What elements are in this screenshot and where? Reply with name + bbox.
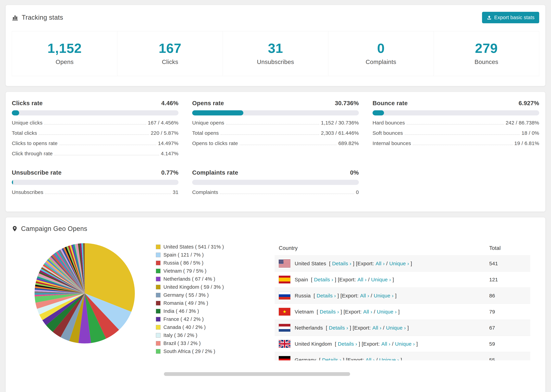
legend-item[interactable]: Romania ( 49 / 3% )	[156, 300, 259, 306]
legend-label: South Africa ( 29 / 2% )	[163, 349, 215, 354]
country-flag-icon	[279, 260, 290, 267]
export-unique-link[interactable]: Unique ›	[377, 309, 397, 315]
legend-item[interactable]: Spain ( 121 / 7% )	[156, 252, 259, 258]
export-unique-link[interactable]: Unique ›	[386, 325, 406, 331]
geo-opens-table: Country Total United States [Details ›] …	[275, 242, 530, 360]
metric-label: Hard bounces	[373, 120, 405, 126]
legend-item[interactable]: Russia ( 86 / 5% )	[156, 260, 259, 266]
rates-grid: Clicks rate 4.46% Unique clicks 167 / 4.…	[12, 100, 539, 195]
export-unique-link[interactable]: Unique ›	[395, 341, 415, 347]
details-link[interactable]: Details ›	[338, 341, 357, 347]
geo-table-row: Spain [Details ›] [Export: All › / Uniqu…	[275, 271, 530, 287]
stat-label: Complaints	[328, 58, 434, 65]
stat-box: 167 Clicks	[117, 31, 223, 76]
rate-rows: Unique opens 1,152 / 30.736% Total opens…	[192, 120, 359, 146]
geo-table-row: Netherlands [Details ›] [Export: All › /…	[275, 320, 530, 336]
legend-color-swatch	[156, 269, 161, 273]
bracket-text: [	[319, 357, 320, 361]
export-all-link[interactable]: All ›	[372, 325, 381, 331]
export-all-link[interactable]: All ›	[360, 293, 369, 299]
legend-item[interactable]: Vietnam ( 79 / 5% )	[156, 268, 259, 274]
export-unique-link[interactable]: Unique ›	[389, 261, 409, 266]
geo-table-row: United States [Details ›] [Export: All ›…	[275, 255, 530, 271]
rates-card: Clicks rate 4.46% Unique clicks 167 / 4.…	[6, 92, 545, 212]
rate-metric-row: Total clicks 220 / 5.87%	[12, 130, 178, 136]
bracket-text: ]	[401, 357, 402, 361]
legend-item[interactable]: Italy ( 36 / 2% )	[156, 332, 259, 338]
stat-box: 1,152 Opens	[12, 31, 117, 76]
geo-pie-svg	[33, 242, 136, 345]
export-prefix-text: [Export:	[356, 261, 374, 266]
progress-bar	[12, 110, 178, 115]
country-cell: United Kingdom [Details ›] [Export: All …	[279, 340, 489, 348]
details-link[interactable]: Details ›	[322, 357, 341, 361]
country-total: 121	[489, 277, 526, 283]
stat-value: 167	[117, 41, 223, 56]
legend-item[interactable]: India ( 46 / 3% )	[156, 308, 259, 314]
details-link[interactable]: Details ›	[314, 277, 333, 283]
rate-percent: 6.927%	[518, 100, 539, 106]
details-link[interactable]: Details ›	[329, 325, 348, 331]
export-unique-link[interactable]: Unique ›	[379, 357, 399, 361]
legend-item[interactable]: Brazil ( 33 / 2% )	[156, 341, 259, 346]
export-all-link[interactable]: All ›	[366, 357, 374, 361]
stat-value: 279	[434, 41, 539, 56]
export-all-link[interactable]: All ›	[357, 277, 367, 283]
export-unique-link[interactable]: Unique ›	[371, 277, 391, 283]
dotted-leader	[221, 134, 319, 135]
country-name: United States	[295, 261, 326, 266]
geo-table-body: United States [Details ›] [Export: All ›…	[275, 255, 530, 360]
legend-item[interactable]: Netherlands ( 67 / 4% )	[156, 276, 259, 282]
legend-color-swatch	[156, 309, 161, 314]
details-link[interactable]: Details ›	[317, 293, 336, 299]
tracking-stats-header: Tracking stats Export basic stats	[12, 12, 539, 23]
country-total: 79	[489, 309, 526, 315]
rate-metric-row: Hard bounces 242 / 86.738%	[373, 120, 539, 126]
bracket-text: ]	[398, 309, 400, 315]
export-all-link[interactable]: All ›	[381, 341, 390, 347]
rate-rows: Unsubscribes 31	[12, 189, 178, 195]
export-unique-link[interactable]: Unique ›	[374, 293, 394, 299]
bracket-text: ]	[359, 341, 360, 347]
map-pin-icon	[12, 225, 18, 232]
rate-metric-row: Clicks to opens rate 14.497%	[12, 140, 178, 146]
rate-head: Bounce rate 6.927%	[373, 100, 539, 106]
export-all-link[interactable]: All ›	[363, 309, 372, 315]
legend-item[interactable]: Canada ( 40 / 2% )	[156, 324, 259, 330]
bracket-text: ]	[410, 261, 412, 266]
horizontal-scrollbar-thumb[interactable]	[164, 372, 350, 376]
rate-percent: 0.77%	[161, 169, 178, 176]
rate-rows: Unique clicks 167 / 4.456% Total clicks …	[12, 120, 178, 156]
stat-label: Unsubscribes	[223, 58, 328, 65]
slash-text: /	[383, 325, 384, 331]
legend-label: United States ( 541 / 31% )	[163, 244, 224, 250]
details-link[interactable]: Details ›	[320, 309, 339, 315]
legend-item[interactable]: Germany ( 55 / 3% )	[156, 292, 259, 298]
geo-table-header-row: Country Total	[275, 242, 530, 255]
legend-label: Brazil ( 33 / 2% )	[163, 341, 201, 346]
legend-label: Romania ( 49 / 3% )	[163, 300, 208, 306]
legend-item[interactable]: France ( 42 / 2% )	[156, 316, 259, 322]
details-link[interactable]: Details ›	[332, 261, 352, 266]
legend-color-swatch	[156, 285, 161, 289]
metric-value: 242 / 86.738%	[506, 120, 539, 126]
country-name: Germany	[295, 357, 316, 361]
export-all-link[interactable]: All ›	[376, 261, 385, 266]
geo-opens-title: Campaign Geo Opens	[12, 225, 87, 232]
slash-text: /	[368, 277, 370, 283]
progress-bar	[192, 110, 359, 115]
country-flag-icon	[279, 292, 290, 300]
legend-item[interactable]: United States ( 541 / 31% )	[156, 244, 259, 250]
tracking-stats-card: Tracking stats Export basic stats 1,152 …	[6, 5, 545, 86]
legend-item[interactable]: United Kingdom ( 59 / 3% )	[156, 284, 259, 290]
rate-percent: 30.736%	[335, 100, 359, 106]
geo-opens-title-text: Campaign Geo Opens	[21, 225, 87, 232]
legend-item[interactable]: South Africa ( 29 / 2% )	[156, 349, 259, 354]
stat-value: 1,152	[12, 41, 117, 56]
rate-metric-row: Unique clicks 167 / 4.456%	[12, 120, 178, 126]
export-basic-stats-button[interactable]: Export basic stats	[482, 12, 539, 23]
bracket-text: ]	[340, 309, 342, 315]
dotted-leader	[220, 194, 354, 194]
dotted-leader	[44, 124, 146, 125]
bar-chart-icon	[12, 14, 18, 21]
